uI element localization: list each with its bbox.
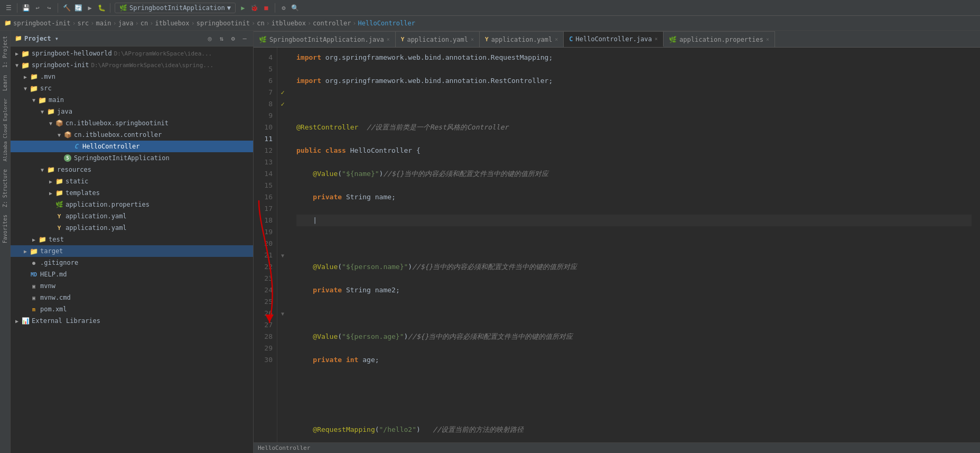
label-pkg-controller: cn.itbluebox.controller [74, 131, 162, 138]
tab-application-yaml-main[interactable]: Y application.yaml × [396, 31, 480, 47]
tab-SpringbootInitApplication[interactable]: 🌿 SpringbootInitApplication.java × [254, 31, 396, 47]
folder-icon-target: 📁 [30, 247, 38, 255]
mvnw-cmd-icon: ▣ [30, 293, 38, 302]
label-app-yaml2: application.yaml [66, 224, 127, 232]
save-icon[interactable]: 💾 [22, 4, 30, 12]
tree-item-pkg-controller[interactable]: ▼ 📦 cn.itbluebox.controller [11, 129, 253, 141]
tab-application-yaml-2[interactable]: Y application.yaml × [480, 31, 564, 47]
tree-item-HelloController[interactable]: C HelloController [11, 141, 253, 152]
tree-item-external-libs[interactable]: ▶ 📊 External Libraries [11, 315, 253, 327]
arrow-target: ▶ [21, 248, 30, 254]
tree-item-test[interactable]: ▶ 📁 test [11, 234, 253, 245]
tree-item-help[interactable]: MD HELP.md [11, 269, 253, 280]
tab-close-app-props[interactable]: × [766, 36, 769, 42]
build-icon[interactable]: 🔨 [62, 4, 71, 12]
ln-12: 12 [258, 145, 273, 156]
spring-class-icon: S [63, 154, 72, 162]
tab-icon-SpringbootInitApplication: 🌿 [259, 36, 267, 43]
undo-icon[interactable]: ↩ [33, 4, 42, 12]
run-icon-1[interactable]: ▶ [86, 4, 94, 12]
line-11: | [296, 215, 972, 226]
tree-item-static[interactable]: ▶ 📁 static [11, 175, 253, 187]
tree-item-templates[interactable]: ▶ 📁 templates [11, 187, 253, 199]
debug-green-icon[interactable]: 🐞 [250, 4, 259, 12]
run-config-dropdown[interactable]: 🌿 SpringbootInitApplication ▼ [115, 3, 236, 13]
tree-item-springboot-init[interactable]: ▼ 📁 springboot-init D:\AProgramWorkSpace… [11, 59, 253, 71]
panel-header: 📁 Project ▾ ◎ ⇅ ⚙ — [11, 31, 253, 47]
arrow-static: ▶ [46, 179, 55, 184]
arrow-templates: ▶ [46, 190, 55, 196]
gutter-20 [277, 238, 288, 249]
run-config-label: SpringbootInitApplication [129, 4, 225, 12]
gutter-7: ✓ [277, 87, 288, 98]
ln-10: 10 [258, 122, 273, 133]
tree-item-pkg-springbootinit[interactable]: ▼ 📦 cn.itbluebox.springbootinit [11, 117, 253, 129]
panel-title-text: Project ▾ [24, 35, 59, 42]
tree-item-app-yaml2[interactable]: Y application.yaml [11, 222, 253, 234]
separator-2 [58, 3, 58, 13]
tree-item-java[interactable]: ▼ 📁 java [11, 106, 253, 117]
tree-item-mvn[interactable]: ▶ 📁 .mvn [11, 71, 253, 82]
ln-11: 11 [258, 133, 273, 145]
sidebar-structure-label[interactable]: Z: Structure [1, 166, 9, 210]
sidebar-cloud-label[interactable]: Alibaba Cloud Explorer [2, 95, 9, 164]
folder-icon-java: 📁 [46, 107, 55, 116]
debug-icon[interactable]: 🐛 [97, 4, 106, 12]
refresh-icon[interactable]: 🔄 [74, 4, 82, 12]
stop-icon[interactable]: ■ [262, 4, 270, 12]
tree-item-app-props[interactable]: 🌿 application.properties [11, 199, 253, 210]
line-16: @Value("${person.age}")//${}当中的内容必须和配置文件… [296, 331, 972, 343]
run-green-icon[interactable]: ▶ [239, 4, 247, 12]
tree-item-resources[interactable]: ▼ 📁 resources [11, 164, 253, 175]
breadcrumb-root[interactable]: 📁 springboot-init [4, 20, 70, 27]
tree-item-SpringbootInitApp[interactable]: S SpringbootInitApplication [11, 152, 253, 164]
sidebar-project-label[interactable]: 1: Project [1, 33, 9, 71]
tree-item-main[interactable]: ▼ 📁 main [11, 94, 253, 106]
line-10: private String name; [296, 191, 972, 203]
gutter-24 [277, 284, 288, 296]
menu-icon[interactable]: ☰ [4, 4, 13, 12]
tab-HelloController[interactable]: C HelloController.java × [564, 31, 664, 47]
tree-item-gitignore[interactable]: ● .gitignore [11, 257, 253, 269]
sidebar-favorites-label[interactable]: Favorites [1, 211, 9, 246]
ln-29: 29 [258, 343, 273, 354]
tree-item-pom[interactable]: m pom.xml [11, 303, 253, 315]
redo-icon[interactable]: ↪ [45, 4, 53, 12]
tab-close-HelloController[interactable]: × [655, 36, 658, 42]
gutter: ✓ ✓ ▼ ▼ [277, 48, 288, 442]
folder-icon-test: 📁 [38, 235, 46, 244]
tree-item-target[interactable]: ▶ 📁 target [11, 245, 253, 257]
label-resources: resources [57, 166, 91, 173]
gutter-11 [277, 133, 288, 145]
sidebar-learn-label[interactable]: Learn [1, 72, 9, 94]
xml-icon: m [30, 305, 38, 313]
tree-item-src[interactable]: ▼ 📁 src [11, 82, 253, 94]
line-7: @RestController //设置当前类是一个Rest风格的Control… [296, 122, 972, 133]
tree-item-mvnw[interactable]: ▣ mvnw [11, 280, 253, 292]
arrow-helloworld: ▶ [13, 51, 21, 57]
gutter-13 [277, 156, 288, 168]
panel-close-icon[interactable]: — [240, 34, 249, 43]
label-HelloController: HelloController [82, 143, 139, 150]
tab-close-yaml-2[interactable]: × [555, 36, 558, 42]
panel-locate-icon[interactable]: ◎ [206, 34, 214, 43]
gutter-10 [277, 122, 288, 133]
line-8: public class HelloController { [296, 145, 972, 156]
panel-settings-icon[interactable]: ⚙ [229, 34, 237, 43]
code-area[interactable]: import org.springframework.web.bind.anno… [288, 48, 980, 442]
label-static: static [66, 178, 88, 185]
tab-application-properties[interactable]: 🌿 application.properties × [664, 31, 775, 47]
tree-item-helloworld[interactable]: ▶ 📁 springboot-helloworld D:\AProgramWor… [11, 48, 253, 59]
code-editor[interactable]: 4 5 6 7 8 9 10 11 12 13 14 15 16 17 18 1… [254, 48, 980, 442]
ln-16: 16 [258, 191, 273, 203]
tab-close-SpringbootInitApplication[interactable]: × [387, 36, 390, 42]
line-17: private int age; [296, 354, 972, 366]
tree-item-app-yaml1[interactable]: Y application.yaml [11, 210, 253, 222]
tree-container[interactable]: ▶ 📁 springboot-helloworld D:\AProgramWor… [11, 47, 253, 453]
search-icon[interactable]: 🔍 [291, 4, 300, 12]
tree-item-mvnw-cmd[interactable]: ▣ mvnw.cmd [11, 292, 253, 303]
panel-collapse-icon[interactable]: ⇅ [217, 34, 226, 43]
tab-close-yaml-main[interactable]: × [471, 36, 474, 42]
vcs-icon[interactable]: ⚙ [279, 4, 288, 12]
left-sidebar: 1: Project Learn Alibaba Cloud Explorer … [0, 31, 11, 453]
